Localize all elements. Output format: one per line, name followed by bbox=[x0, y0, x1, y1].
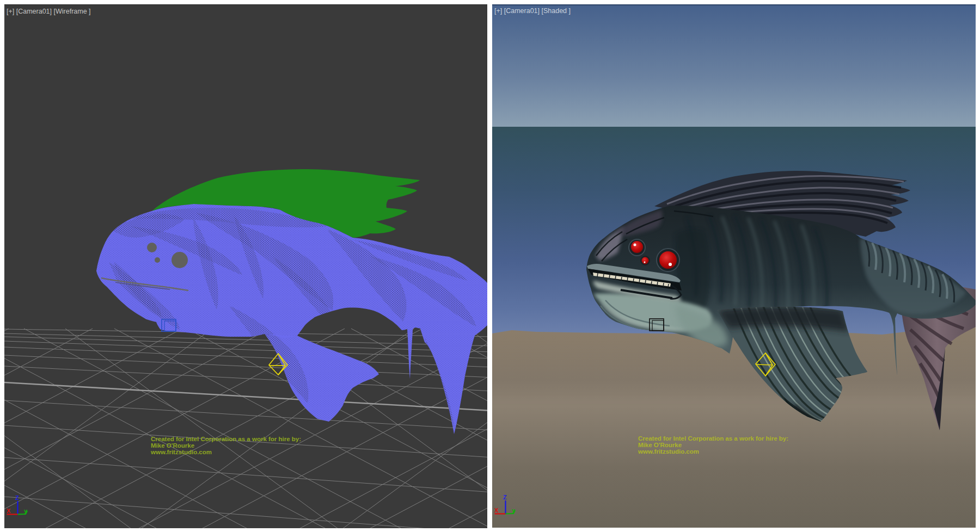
svg-text:Mike O'Rourke: Mike O'Rourke bbox=[151, 442, 194, 449]
svg-text:y: y bbox=[24, 508, 28, 514]
svg-text:X: X bbox=[7, 508, 11, 514]
svg-text:X: X bbox=[494, 507, 499, 514]
svg-text:Mike O'Rourke: Mike O'Rourke bbox=[638, 442, 682, 448]
svg-text:Created for Intel Corporation: Created for Intel Corporation as a work … bbox=[638, 435, 788, 442]
svg-text:www.fritzstudio.com: www.fritzstudio.com bbox=[150, 449, 212, 455]
svg-text:Z: Z bbox=[503, 494, 507, 500]
svg-text:Z: Z bbox=[15, 494, 19, 501]
svg-text:y: y bbox=[512, 507, 516, 514]
svg-text:www.fritzstudio.com: www.fritzstudio.com bbox=[638, 448, 699, 455]
svg-text:Created for Intel Corporation: Created for Intel Corporation as a work … bbox=[151, 436, 301, 442]
